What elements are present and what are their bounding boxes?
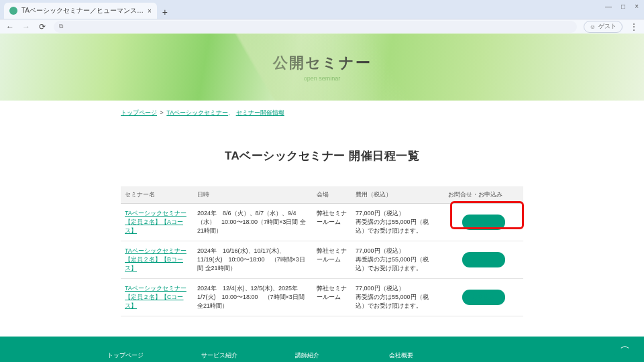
kebab-menu-icon[interactable]: ⋮ bbox=[629, 22, 639, 32]
new-tab-button[interactable]: + bbox=[158, 5, 172, 19]
favicon-icon bbox=[9, 7, 17, 15]
table-header-row: セミナー名 日時 会場 費用（税込） お問合せ・お申込み bbox=[121, 186, 523, 204]
address-bar: ← → ⟳ ⧉ ☺ ゲスト ⋮ bbox=[0, 19, 644, 34]
breadcrumb: トップページ > TAベーシックセミナー、 セミナー開催情報 bbox=[121, 101, 523, 123]
th-fee: 費用（税込） bbox=[352, 186, 444, 204]
table-container: セミナー名 日時 会場 費用（税込） お問合せ・お申込み TAベーシックセミナー… bbox=[121, 186, 523, 316]
hero-banner: 公開セミナー open seminar bbox=[0, 34, 644, 101]
breadcrumb-link-a[interactable]: TAベーシックセミナー bbox=[166, 109, 228, 116]
tab-close-icon[interactable]: × bbox=[148, 7, 152, 15]
tab-title: TAベーシックセミナー／ヒューマンス… bbox=[21, 6, 144, 15]
seminar-name-link[interactable]: TAベーシックセミナー【定員２名】【Cコース】 bbox=[125, 285, 186, 309]
footer-col-1: トップページ TAとは？ bbox=[107, 349, 174, 362]
apply-button[interactable]: お申込み bbox=[462, 215, 505, 230]
cell-fee: 77,000円（税込）再受講の方は55,000円（税込）でお受け頂けます。 bbox=[352, 279, 444, 316]
cell-fee: 77,000円（税込）再受講の方は55,000円（税込）でお受け頂けます。 bbox=[352, 241, 444, 279]
table-row: TAベーシックセミナー【定員２名】【Bコース】2024年 10/16(水)、10… bbox=[121, 241, 523, 279]
seminar-name-link[interactable]: TAベーシックセミナー【定員２名】【Aコース】 bbox=[125, 210, 186, 234]
footer-col-2: サービス紹介 L 講師派遣 L 適性検査 L 公開セミナー L 出版書籍 L 執… bbox=[201, 349, 268, 362]
user-icon: ☺ bbox=[590, 23, 596, 30]
browser-chrome: — □ × TAベーシックセミナー／ヒューマンス… × + ← → ⟳ ⧉ ☺ … bbox=[0, 0, 644, 34]
reload-icon[interactable]: ⟳ bbox=[38, 22, 47, 32]
breadcrumb-home[interactable]: トップページ bbox=[121, 109, 157, 116]
cell-venue: 弊社セミナールーム bbox=[313, 204, 352, 241]
th-name: セミナー名 bbox=[121, 186, 193, 204]
th-date: 日時 bbox=[193, 186, 313, 204]
page-top-button[interactable]: ︿ bbox=[614, 337, 636, 355]
apply-button[interactable]: お申込み bbox=[462, 252, 505, 267]
cell-venue: 弊社セミナールーム bbox=[313, 279, 352, 316]
back-icon[interactable]: ← bbox=[5, 22, 15, 32]
schedule-table: セミナー名 日時 会場 費用（税込） お問合せ・お申込み TAベーシックセミナー… bbox=[121, 186, 523, 316]
cell-venue: 弊社セミナールーム bbox=[313, 241, 352, 279]
footer-heading: サービス紹介 bbox=[201, 351, 268, 360]
seminar-name-link[interactable]: TAベーシックセミナー【定員２名】【Bコース】 bbox=[125, 247, 186, 272]
footer: トップページ TAとは？ サービス紹介 L 講師派遣 L 適性検査 L 公開セミ… bbox=[0, 337, 644, 362]
cell-fee: 77,000円（税込）再受講の方は55,000円（税込）でお受け頂けます。 bbox=[352, 204, 444, 241]
breadcrumb-link-b[interactable]: セミナー開催情報 bbox=[236, 109, 284, 116]
tab-bar: TAベーシックセミナー／ヒューマンス… × + bbox=[0, 0, 644, 19]
footer-link[interactable]: トップページ bbox=[107, 352, 144, 359]
cell-date: 2024年 10/16(水)、10/17(木)、11/19(火) 10:00〜1… bbox=[193, 241, 313, 279]
cell-date: 2024年 8/6（火）、8/7（水）、9/4（水） 10:00〜18:00（7… bbox=[193, 204, 313, 241]
content-wrap: トップページ > TAベーシックセミナー、 セミナー開催情報 TAベーシックセミ… bbox=[121, 101, 523, 316]
footer-col-3: 講師紹介 実績紹介 公開セミナー L TAセミナー bbox=[295, 349, 362, 362]
guest-profile-button[interactable]: ☺ ゲスト bbox=[584, 21, 623, 33]
th-apply: お問合せ・お申込み bbox=[444, 186, 523, 204]
apply-button[interactable]: お申込み bbox=[462, 290, 505, 305]
window-max-icon[interactable]: □ bbox=[621, 3, 625, 10]
window-min-icon[interactable]: — bbox=[605, 3, 612, 10]
window-close-icon[interactable]: × bbox=[635, 3, 639, 10]
table-row: TAベーシックセミナー【定員２名】【Cコース】2024年 12/4(水)、12/… bbox=[121, 279, 523, 316]
forward-icon[interactable]: → bbox=[21, 22, 31, 32]
table-row: TAベーシックセミナー【定員２名】【Aコース】2024年 8/6（火）、8/7（… bbox=[121, 204, 523, 241]
page-title: 公開セミナー bbox=[273, 53, 372, 73]
footer-heading: 会社概要 bbox=[389, 351, 456, 360]
page-subtitle: open seminar bbox=[304, 75, 341, 82]
section-title: TAベーシックセミナー 開催日程一覧 bbox=[121, 148, 523, 164]
footer-link[interactable]: 講師紹介 bbox=[295, 352, 319, 359]
url-input[interactable]: ⧉ bbox=[54, 21, 577, 33]
th-venue: 会場 bbox=[313, 186, 352, 204]
chevron-up-icon: ︿ bbox=[621, 340, 630, 352]
breadcrumb-sep: > bbox=[160, 109, 164, 116]
site-info-icon[interactable]: ⧉ bbox=[59, 23, 63, 30]
browser-tab[interactable]: TAベーシックセミナー／ヒューマンス… × bbox=[4, 3, 157, 19]
cell-date: 2024年 12/4(水)、12/5(木)、2025年 1/7(火) 10:00… bbox=[193, 279, 313, 316]
footer-col-4: 会社概要 L 社長挨拶 L 特定商取引法表記 L お問い合わせ L サイトマップ bbox=[389, 349, 456, 362]
window-controls: — □ × bbox=[605, 3, 639, 10]
